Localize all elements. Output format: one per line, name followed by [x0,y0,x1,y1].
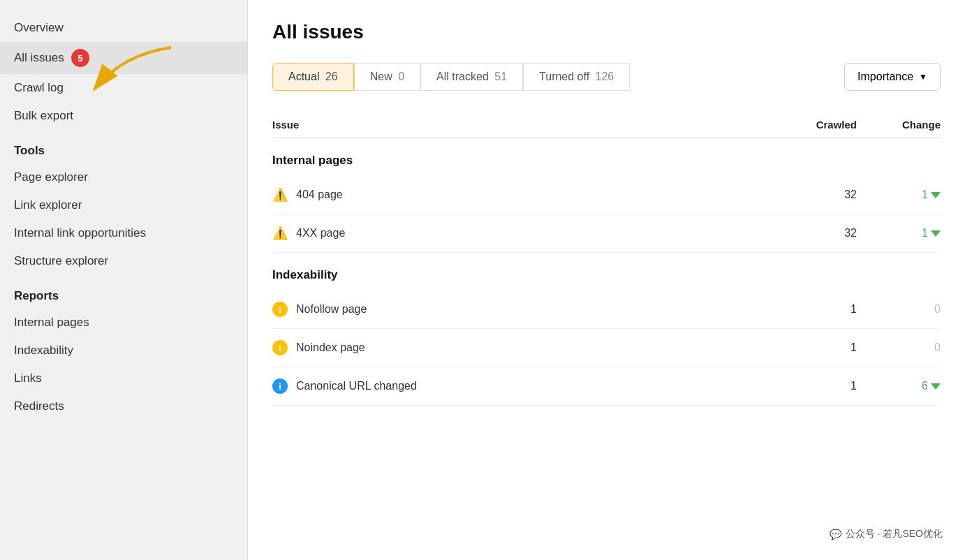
sidebar-item-all-issues[interactable]: All issues 5 [0,42,247,74]
col-header-change: Change [871,119,941,131]
table-header: Issue Crawled Change [272,112,941,138]
table-row[interactable]: i Noindex page 1 0 [272,329,941,367]
main-content: All issues Actual 26 New 0 All tracked 5… [248,0,965,560]
issues-table: Issue Crawled Change Internal pages ⚠️ 4… [272,112,941,406]
change-value-4xx: 1 [922,227,928,240]
crawled-cell-4xx: 32 [780,227,871,240]
page-title: All issues [272,21,941,43]
sidebar-badge-all-issues: 5 [71,49,89,67]
sidebar-item-indexability[interactable]: Indexability [0,337,247,364]
table-row[interactable]: ⚠️ 404 page 32 1 [272,176,941,214]
tab-actual[interactable]: Actual 26 [272,63,354,91]
sidebar-label-redirects: Redirects [14,399,64,413]
filter-tabs: Actual 26 New 0 All tracked 51 Turned of… [272,63,941,91]
importance-dropdown[interactable]: Importance ▼ [844,63,941,91]
sidebar-item-links[interactable]: Links [0,364,247,392]
sidebar-item-internal-link-opp[interactable]: Internal link opportunities [0,219,247,247]
tab-actual-count: 26 [325,71,338,82]
tab-new-label: New [370,71,392,82]
sidebar-item-internal-pages[interactable]: Internal pages [0,309,247,337]
sidebar-label-overview: Overview [14,21,64,35]
tab-turned-off-label: Turned off [539,71,589,82]
table-row[interactable]: ⚠️ 4XX page 32 1 [272,214,941,253]
sidebar-label-all-issues: All issues [14,51,64,65]
issue-cell-noindex: i Noindex page [272,340,780,355]
sidebar-item-overview[interactable]: Overview [0,14,247,42]
change-cell-canonical: 6 [871,380,941,392]
tab-all-tracked[interactable]: All tracked 51 [420,63,523,91]
issue-cell-4xx: ⚠️ 4XX page [272,226,780,241]
crawled-cell-nofollow: 1 [780,303,871,316]
tab-actual-label: Actual [288,71,319,82]
sidebar: Overview All issues 5 Crawl log Bulk exp… [0,0,248,560]
tab-turned-off-count: 126 [596,71,614,82]
info-yellow-icon-noindex: i [272,340,288,355]
warning-icon-404: ⚠️ [272,187,288,202]
section-internal-pages: Internal pages [272,138,941,176]
importance-chevron-icon: ▼ [919,72,927,82]
sidebar-label-internal-pages: Internal pages [14,316,89,330]
change-value-nofollow: 0 [934,303,941,316]
issue-label-4xx: 4XX page [296,227,345,240]
sidebar-label-links: Links [14,371,42,385]
sidebar-item-bulk-export[interactable]: Bulk export [0,102,247,130]
tab-new-count: 0 [398,71,404,82]
info-yellow-icon-nofollow: i [272,302,288,317]
watermark-text: 公众号 · 若凡SEO优化 [846,528,943,540]
sidebar-item-redirects[interactable]: Redirects [0,392,247,420]
section-indexability: Indexability [272,253,941,290]
sidebar-item-page-explorer[interactable]: Page explorer [0,163,247,191]
tools-section-title: Tools [0,130,247,163]
warning-icon-4xx: ⚠️ [272,226,288,241]
issue-label-noindex: Noindex page [296,341,365,354]
issue-cell-nofollow: i Nofollow page [272,302,780,317]
tab-turned-off[interactable]: Turned off 126 [523,63,630,91]
importance-label: Importance [857,71,913,83]
issue-cell-canonical: i Canonical URL changed [272,378,780,394]
change-cell-nofollow: 0 [871,303,941,316]
chevron-down-icon-canonical [931,383,941,390]
sidebar-label-internal-link-opp: Internal link opportunities [14,226,146,240]
sidebar-label-structure-explorer: Structure explorer [14,254,108,268]
change-cell-404: 1 [871,189,941,201]
watermark-icon: 💬 [830,529,841,540]
tab-new[interactable]: New 0 [354,63,420,91]
sidebar-item-link-explorer[interactable]: Link explorer [0,191,247,219]
sidebar-label-link-explorer: Link explorer [14,198,82,212]
change-value-404: 1 [922,189,928,201]
info-blue-icon-canonical: i [272,378,288,394]
sidebar-label-bulk-export: Bulk export [14,109,73,123]
crawled-cell-404: 32 [780,189,871,201]
table-row[interactable]: i Nofollow page 1 0 [272,290,941,329]
chevron-down-icon-4xx [931,230,941,237]
change-value-canonical: 6 [922,380,928,392]
crawled-cell-noindex: 1 [780,341,871,354]
sidebar-label-indexability: Indexability [14,344,73,358]
crawled-cell-canonical: 1 [780,380,871,392]
issue-label-404: 404 page [296,189,343,201]
watermark: 💬 公众号 · 若凡SEO优化 [821,522,951,546]
issue-label-canonical: Canonical URL changed [296,380,417,392]
sidebar-item-crawl-log[interactable]: Crawl log [0,74,247,102]
issue-cell-404: ⚠️ 404 page [272,187,780,202]
change-cell-noindex: 0 [871,341,941,354]
col-header-crawled: Crawled [780,119,871,131]
col-header-issue: Issue [272,119,780,131]
tab-all-tracked-label: All tracked [436,71,489,82]
change-value-noindex: 0 [934,341,941,354]
chevron-down-icon-404 [931,192,941,198]
table-row[interactable]: i Canonical URL changed 1 6 [272,367,941,406]
issue-label-nofollow: Nofollow page [296,303,367,316]
sidebar-item-structure-explorer[interactable]: Structure explorer [0,247,247,275]
sidebar-label-page-explorer: Page explorer [14,170,88,184]
sidebar-label-crawl-log: Crawl log [14,81,64,95]
tab-all-tracked-count: 51 [494,71,507,82]
reports-section-title: Reports [0,275,247,309]
change-cell-4xx: 1 [871,227,941,240]
